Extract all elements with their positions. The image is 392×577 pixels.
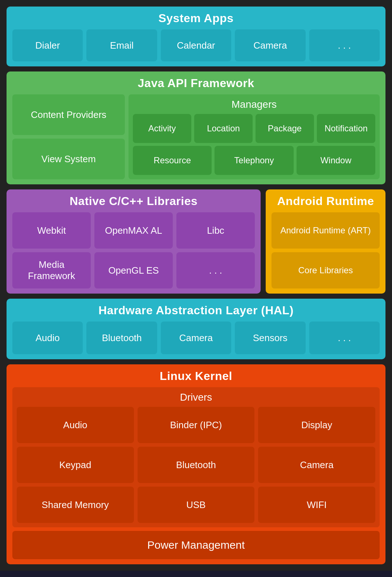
driver-keypad: Keypad bbox=[17, 447, 134, 483]
activity-cell: Activity bbox=[133, 114, 191, 143]
linux-kernel-title: Linux Kernel bbox=[12, 369, 380, 383]
opengl-cell: OpenGL ES bbox=[94, 252, 173, 288]
drivers-section: Drivers Audio Binder (IPC) Display Keypa… bbox=[12, 387, 380, 527]
hal-grid: Audio Bluetooth Camera Sensors . . . bbox=[12, 322, 380, 354]
view-system-cell: View System bbox=[12, 139, 125, 179]
framework-left: Content Providers View System bbox=[12, 94, 125, 179]
content-providers-cell: Content Providers bbox=[12, 94, 125, 135]
hal-more: . . . bbox=[309, 322, 380, 354]
system-app-email: Email bbox=[86, 29, 157, 61]
system-app-more: . . . bbox=[309, 29, 380, 61]
managers-title: Managers bbox=[133, 99, 375, 110]
webkit-cell: Webkit bbox=[12, 212, 91, 249]
system-app-dialer: Dialer bbox=[12, 29, 83, 61]
package-cell: Package bbox=[256, 114, 314, 143]
native-libs-title: Native C/C++ Libraries bbox=[12, 195, 255, 208]
managers-row1: Activity Location Package Notification bbox=[133, 114, 375, 143]
system-apps-grid: Dialer Email Calendar Camera . . . bbox=[12, 29, 380, 61]
driver-usb: USB bbox=[138, 487, 255, 523]
managers-row2: Resource Telephony Window bbox=[133, 146, 375, 175]
native-libs-layer: Native C/C++ Libraries Webkit OpenMAX AL… bbox=[7, 189, 261, 294]
drivers-title: Drivers bbox=[17, 392, 375, 403]
openmax-cell: OpenMAX AL bbox=[94, 212, 173, 249]
core-libs-cell: Core Libraries bbox=[271, 252, 380, 288]
system-app-calendar: Calendar bbox=[161, 29, 231, 61]
android-runtime-layer: Android Runtime Android Runtime (ART) Co… bbox=[266, 189, 385, 294]
location-cell: Location bbox=[194, 114, 253, 143]
hal-title: Hardware Abstraction Layer (HAL) bbox=[12, 304, 380, 317]
java-framework-title: Java API Framework bbox=[12, 77, 380, 90]
window-cell: Window bbox=[297, 146, 375, 175]
art-cell: Android Runtime (ART) bbox=[271, 212, 380, 249]
runtime-cells: Android Runtime (ART) Core Libraries bbox=[271, 212, 380, 288]
system-apps-title: System Apps bbox=[12, 12, 380, 25]
android-runtime-title: Android Runtime bbox=[271, 195, 380, 208]
driver-shared-memory: Shared Memory bbox=[17, 487, 134, 523]
driver-binder: Binder (IPC) bbox=[138, 407, 255, 443]
driver-bluetooth: Bluetooth bbox=[138, 447, 255, 483]
android-architecture-diagram: System Apps Dialer Email Calendar Camera… bbox=[0, 0, 392, 571]
hal-camera: Camera bbox=[161, 322, 231, 354]
hal-bluetooth: Bluetooth bbox=[86, 322, 157, 354]
hal-layer: Hardware Abstraction Layer (HAL) Audio B… bbox=[7, 299, 385, 359]
telephony-cell: Telephony bbox=[215, 146, 293, 175]
native-runtime-row: Native C/C++ Libraries Webkit OpenMAX AL… bbox=[7, 189, 385, 294]
driver-camera: Camera bbox=[258, 447, 375, 483]
driver-audio: Audio bbox=[17, 407, 134, 443]
framework-inner: Content Providers View System Managers A… bbox=[12, 94, 380, 179]
media-framework-cell: Media Framework bbox=[12, 252, 91, 288]
hal-audio: Audio bbox=[12, 322, 83, 354]
driver-wifi: WIFI bbox=[258, 487, 375, 523]
managers-panel: Managers Activity Location Package Notif… bbox=[128, 94, 380, 179]
resource-cell: Resource bbox=[133, 146, 212, 175]
libc-cell: Libc bbox=[176, 212, 255, 249]
native-more-cell: . . . bbox=[176, 252, 255, 288]
driver-display: Display bbox=[258, 407, 375, 443]
notification-cell: Notification bbox=[317, 114, 375, 143]
hal-sensors: Sensors bbox=[235, 322, 305, 354]
system-apps-layer: System Apps Dialer Email Calendar Camera… bbox=[7, 7, 385, 66]
linux-kernel-layer: Linux Kernel Drivers Audio Binder (IPC) … bbox=[7, 364, 385, 564]
native-libs-grid: Webkit OpenMAX AL Libc Media Framework O… bbox=[12, 212, 255, 288]
system-app-camera: Camera bbox=[235, 29, 305, 61]
java-framework-layer: Java API Framework Content Providers Vie… bbox=[7, 71, 385, 184]
drivers-grid: Audio Binder (IPC) Display Keypad Blueto… bbox=[17, 407, 375, 523]
power-management-cell: Power Management bbox=[12, 531, 380, 559]
